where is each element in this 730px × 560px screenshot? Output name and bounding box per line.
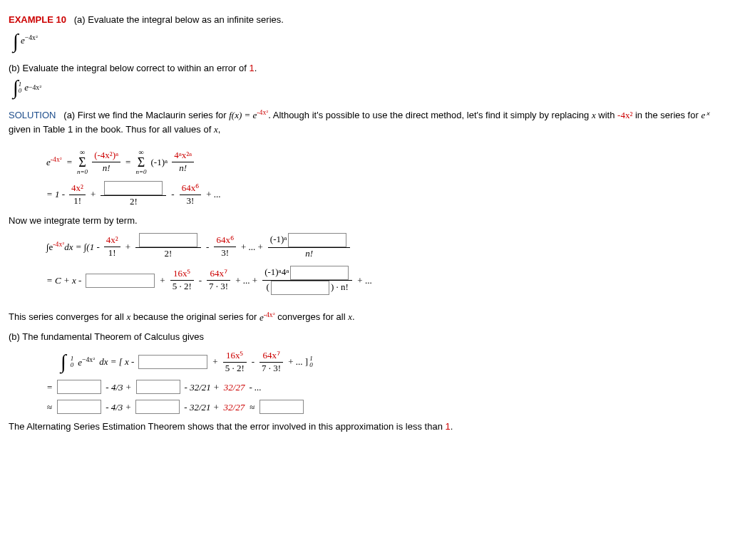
blank-input[interactable] xyxy=(136,380,180,394)
term-1: 4x² 1! xyxy=(69,182,86,207)
partb-row-2: = - 4/3 + - 32/21 + 32/27 - ... xyxy=(44,380,721,394)
footer-text: The Alternating Series Estimation Theore… xyxy=(9,420,721,434)
blank-input[interactable] xyxy=(139,233,197,247)
partb-row-1: ∫ 1 0 e−4x² dx = [ x - + 16x⁵ 5 · 2! - 6… xyxy=(58,350,721,375)
question-part-b: (b) Evaluate the integral below correct … xyxy=(9,61,721,95)
term-3: 64x⁶ 3! xyxy=(180,182,202,207)
term-3: 64x⁷ 7 · 3! xyxy=(259,350,283,375)
blank-input[interactable] xyxy=(290,266,349,280)
series-sigma-row: e-4x² = ∞ Σ n=0 (-4x²)ⁿ n! = ∞ Σ n=0 (-1… xyxy=(44,149,721,175)
integral-b-exp: −4x² xyxy=(29,83,41,93)
integral-limits: 1 0 xyxy=(19,81,22,94)
part-b-period: . xyxy=(255,63,257,73)
integral-b: ∫ 1 0 e−4x² xyxy=(13,81,721,95)
integrate-row-2: = C + x - + 16x⁵ 5 · 2! - 64x⁷ 7 · 3! + … xyxy=(44,266,721,295)
solution-intro: SOLUTION (a) First we find the Maclaurin… xyxy=(9,108,721,136)
integral-icon: ∫ xyxy=(13,81,19,95)
term-n: (-1)ⁿ4ⁿ () · n! xyxy=(262,266,352,295)
blank-input[interactable] xyxy=(271,281,329,295)
partb-row-3: ≈ - 4/3 + - 32/21 + 32/27 ≈ xyxy=(44,400,721,414)
blank-input[interactable] xyxy=(288,233,346,247)
blank-input[interactable] xyxy=(104,181,163,195)
part-a-prompt: (a) Evaluate the integral below as an in… xyxy=(74,14,284,25)
integral-limits: 1 0 xyxy=(71,356,74,368)
bracket-limits: 1 0 xyxy=(309,356,313,368)
series-expanded-row: = 1 - 4x² 1! + 2! - 64x⁶ 3! + ... xyxy=(44,181,721,208)
blank-input[interactable] xyxy=(57,400,101,414)
term-2: 16x⁵ 5 · 2! xyxy=(170,268,194,293)
integrate-label: Now we integrate term by term. xyxy=(9,214,721,228)
integral-icon: ∫ xyxy=(61,355,66,369)
blank-input[interactable] xyxy=(86,274,155,288)
blank-input[interactable] xyxy=(135,400,180,414)
integral-a: ∫ e−4x² xyxy=(13,33,721,48)
int-lhs: ∫e-4x²dx = ∫(1 - xyxy=(46,239,100,254)
solution-label: SOLUTION xyxy=(9,110,56,120)
blank-input[interactable] xyxy=(138,355,207,369)
term-n: (-1)ⁿ n! xyxy=(268,233,351,260)
partb-header: (b) The fundamental Theorem of Calculus … xyxy=(9,330,721,344)
blank-input[interactable] xyxy=(259,400,304,414)
solution-text: SOLUTION (a) First we find the Maclaurin… xyxy=(9,108,721,136)
question-part-a: EXAMPLE 10 (a) Evaluate the integral bel… xyxy=(9,13,721,48)
term-2-blank: 2! xyxy=(101,181,166,208)
term-2: 16x⁵ 5 · 2! xyxy=(223,350,247,375)
integral-a-exp: −4x² xyxy=(25,33,38,41)
part-b-error: 1 xyxy=(249,63,254,73)
series-lhs: e-4x² xyxy=(46,155,62,170)
part-b-prompt: (b) Evaluate the integral below correct … xyxy=(9,61,721,76)
term-3: 64x⁷ 7 · 3! xyxy=(207,268,230,293)
term-1: 4x² 1! xyxy=(104,234,120,259)
term-3: 64x⁶ 3! xyxy=(214,234,236,259)
sigma-icon: ∞ Σ n=0 xyxy=(77,149,88,175)
part-b-text: (b) Evaluate the integral below correct … xyxy=(9,63,249,73)
example-label: EXAMPLE 10 xyxy=(9,14,66,25)
sigma-icon: ∞ Σ n=0 xyxy=(135,149,146,175)
series-term-2: 4ⁿx²ⁿ n! xyxy=(172,150,194,175)
convergence-text: This series converges for all x because … xyxy=(9,309,721,324)
integral-icon: ∫ xyxy=(13,34,19,48)
integrate-row-1: ∫e-4x²dx = ∫(1 - 4x² 1! + 2! - 64x⁶ 3! +… xyxy=(44,233,721,260)
blank-input[interactable] xyxy=(57,380,101,394)
series-term-1: (-4x²)ⁿ n! xyxy=(92,150,120,175)
example-line: EXAMPLE 10 (a) Evaluate the integral bel… xyxy=(9,13,721,27)
fx-expr: f(x) = e-4x² xyxy=(229,110,268,120)
term-2-blank: 2! xyxy=(135,233,201,260)
